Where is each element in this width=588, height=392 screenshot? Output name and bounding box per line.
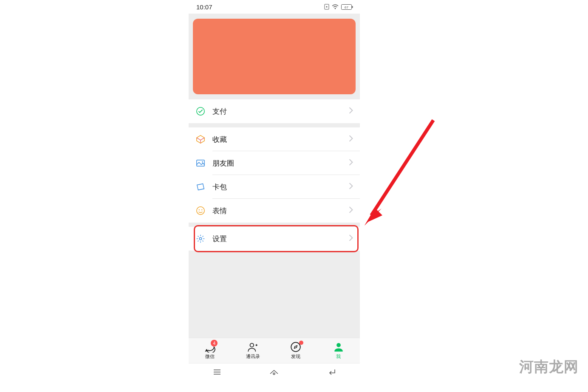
tab-dot bbox=[299, 341, 303, 345]
spacer bbox=[189, 223, 360, 227]
tab-label: 发现 bbox=[291, 353, 300, 360]
tab-label: 微信 bbox=[205, 353, 215, 360]
nav-back-button[interactable] bbox=[323, 367, 340, 377]
menu-group-main: 收藏 朋友圈 卡包 bbox=[189, 127, 360, 223]
svg-point-13 bbox=[291, 342, 300, 352]
status-time: 10:07 bbox=[196, 3, 212, 11]
svg-point-7 bbox=[202, 161, 203, 163]
menu-label: 支付 bbox=[212, 107, 349, 116]
chevron-right-icon bbox=[349, 206, 353, 215]
svg-point-14 bbox=[336, 343, 341, 347]
sticker-icon bbox=[195, 206, 206, 216]
svg-marker-21 bbox=[365, 209, 382, 226]
menu-item-settings[interactable]: 设置 bbox=[189, 227, 360, 251]
annotation-arrow bbox=[361, 117, 438, 231]
svg-point-11 bbox=[199, 237, 202, 240]
menu-item-cards[interactable]: 卡包 bbox=[189, 175, 360, 199]
device-nav-bar bbox=[189, 363, 360, 380]
chevron-right-icon bbox=[349, 135, 353, 144]
status-icons: 67 bbox=[324, 4, 353, 10]
svg-point-12 bbox=[250, 343, 254, 347]
tab-label: 通讯录 bbox=[246, 353, 260, 360]
svg-point-8 bbox=[197, 207, 204, 214]
contacts-icon bbox=[247, 341, 258, 353]
battery-text: 67 bbox=[345, 5, 348, 9]
svg-point-1 bbox=[326, 6, 328, 8]
sim-icon bbox=[324, 4, 329, 10]
tab-me[interactable]: 我 bbox=[317, 338, 360, 363]
nav-recent-button[interactable] bbox=[209, 367, 226, 377]
battery-icon: 67 bbox=[341, 4, 353, 10]
svg-point-2 bbox=[335, 8, 336, 9]
chevron-right-icon bbox=[349, 234, 353, 243]
watermark: 河南龙网 bbox=[519, 357, 579, 377]
menu-label: 设置 bbox=[212, 234, 349, 244]
tab-chats[interactable]: 4 微信 bbox=[189, 338, 232, 363]
phone-frame: 10:07 67 支付 bbox=[189, 0, 360, 380]
nav-home-button[interactable] bbox=[266, 367, 283, 377]
chevron-right-icon bbox=[349, 183, 353, 191]
moments-icon bbox=[195, 158, 206, 168]
tab-badge: 4 bbox=[211, 340, 218, 347]
svg-point-18 bbox=[273, 373, 275, 375]
profile-card-redacted[interactable] bbox=[193, 19, 356, 94]
settings-icon bbox=[195, 234, 206, 244]
menu-group-pay: 支付 bbox=[189, 99, 360, 123]
spacer bbox=[189, 123, 360, 127]
bottom-tab-bar: 4 微信 通讯录 发现 我 bbox=[189, 338, 360, 363]
tab-label: 我 bbox=[336, 353, 341, 360]
wifi-icon bbox=[332, 4, 339, 9]
svg-marker-20 bbox=[365, 208, 382, 226]
svg-rect-4 bbox=[352, 6, 353, 8]
menu-item-moments[interactable]: 朋友圈 bbox=[189, 151, 360, 175]
pay-icon bbox=[195, 106, 206, 116]
svg-point-10 bbox=[201, 209, 202, 210]
chevron-right-icon bbox=[349, 159, 353, 167]
menu-group-settings: 设置 bbox=[189, 227, 360, 251]
svg-line-19 bbox=[371, 120, 433, 215]
menu-item-pay[interactable]: 支付 bbox=[189, 99, 360, 123]
svg-point-9 bbox=[199, 209, 200, 210]
spacer bbox=[189, 94, 360, 99]
menu-item-sticker[interactable]: 表情 bbox=[189, 199, 360, 223]
tab-discover[interactable]: 发现 bbox=[274, 338, 317, 363]
menu-label: 卡包 bbox=[212, 182, 349, 192]
status-bar: 10:07 67 bbox=[189, 0, 360, 14]
menu-label: 收藏 bbox=[212, 135, 349, 144]
cards-icon bbox=[195, 182, 206, 192]
menu-item-favorites[interactable]: 收藏 bbox=[189, 127, 360, 151]
chevron-right-icon bbox=[349, 107, 353, 116]
me-icon bbox=[333, 341, 344, 353]
menu-label: 朋友圈 bbox=[212, 158, 349, 168]
favorites-icon bbox=[195, 134, 206, 144]
tab-contacts[interactable]: 通讯录 bbox=[232, 338, 274, 363]
menu-label: 表情 bbox=[212, 206, 349, 216]
